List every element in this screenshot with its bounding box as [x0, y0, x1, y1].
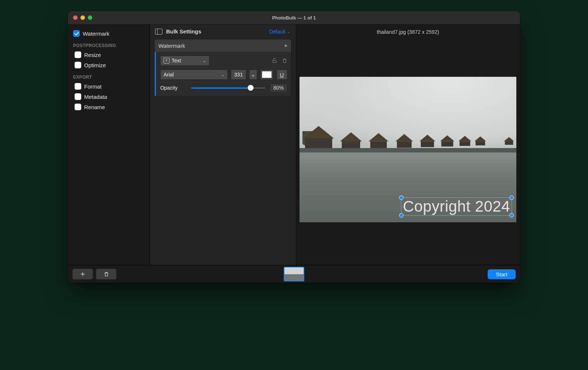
- checkbox-optimize[interactable]: [75, 62, 81, 68]
- font-select[interactable]: Arial: [160, 69, 228, 80]
- watermark-text[interactable]: Copyright 2024: [403, 198, 510, 215]
- sidebar-item-label: Resize: [84, 52, 101, 58]
- sidebar-group-export: EXPORT: [71, 70, 147, 81]
- titlebar: PhotoBulk — 1 of 1: [68, 11, 520, 25]
- sidebar-item-optimize[interactable]: Optimize: [71, 60, 147, 70]
- opacity-value[interactable]: 80%: [270, 83, 287, 92]
- underline-toggle[interactable]: U: [276, 69, 287, 80]
- app-window: PhotoBulk — 1 of 1 Watermark POSTPROCESS…: [68, 11, 520, 283]
- font-size-input[interactable]: 331: [231, 69, 246, 80]
- resize-handle-br[interactable]: [509, 213, 514, 218]
- close-window-button[interactable]: [73, 15, 78, 20]
- watermark-card-title: Watermark: [158, 43, 185, 49]
- minimize-window-button[interactable]: [80, 15, 85, 20]
- sidebar-item-label: Watermark: [83, 30, 110, 37]
- watermark-bounding-box[interactable]: Copyright 2024: [401, 197, 512, 216]
- text-type-icon: T: [164, 58, 169, 64]
- settings-panel: Bulk Settings Default Watermark + T Text: [150, 25, 296, 265]
- checkbox-metadata[interactable]: [75, 93, 81, 100]
- opacity-label: Opacity: [160, 85, 187, 91]
- add-image-button[interactable]: [72, 269, 93, 280]
- add-watermark-button[interactable]: +: [284, 42, 287, 49]
- zoom-window-button[interactable]: [88, 15, 92, 20]
- sidebar-item-label: Rename: [84, 104, 105, 110]
- preview-filename: thailand7.jpg (3872 x 2592): [296, 25, 520, 38]
- preset-dropdown[interactable]: Default: [269, 29, 291, 35]
- svg-rect-0: [273, 60, 276, 62]
- window-title: PhotoBulk — 1 of 1: [68, 15, 520, 21]
- watermark-card: Watermark + T Text: [154, 39, 291, 97]
- delete-watermark-button[interactable]: [282, 58, 287, 64]
- checkbox-format[interactable]: [75, 83, 81, 90]
- color-swatch-icon: [262, 71, 272, 78]
- watermark-type-select[interactable]: T Text: [160, 55, 209, 66]
- sidebar-item-format[interactable]: Format: [71, 81, 147, 91]
- sidebar-item-label: Optimize: [84, 62, 106, 68]
- settings-title: Bulk Settings: [166, 28, 266, 35]
- sidebar-item-label: Metadata: [84, 94, 107, 100]
- preview-panel: thailand7.jpg (3872 x 2592): [296, 25, 520, 265]
- remove-image-button[interactable]: [96, 269, 116, 280]
- preview-canvas[interactable]: Copyright 2024: [300, 77, 516, 222]
- font-size-stepper[interactable]: ⌄: [249, 69, 257, 80]
- start-button[interactable]: Start: [488, 269, 516, 279]
- sidebar-item-metadata[interactable]: Metadata: [71, 91, 147, 102]
- panel-layout-icon[interactable]: [155, 29, 162, 35]
- checkbox-watermark[interactable]: [73, 30, 80, 37]
- preview-thumbnail[interactable]: [284, 267, 304, 281]
- lock-icon[interactable]: [272, 58, 277, 64]
- resize-handle-tr[interactable]: [509, 195, 514, 200]
- sidebar-item-label: Format: [84, 83, 102, 90]
- sidebar-item-watermark[interactable]: Watermark: [71, 28, 147, 39]
- footer-bar: Start: [68, 265, 520, 283]
- color-swatch[interactable]: [260, 69, 273, 80]
- sidebar-item-resize[interactable]: Resize: [71, 50, 147, 60]
- sidebar: Watermark POSTPROCESSING Resize Optimize…: [68, 25, 150, 265]
- opacity-slider[interactable]: [191, 84, 265, 91]
- sidebar-item-rename[interactable]: Rename: [71, 102, 147, 112]
- underline-icon: U: [280, 72, 284, 78]
- sidebar-group-postprocessing: POSTPROCESSING: [71, 39, 147, 50]
- checkbox-resize[interactable]: [75, 51, 81, 58]
- checkbox-rename[interactable]: [75, 104, 81, 110]
